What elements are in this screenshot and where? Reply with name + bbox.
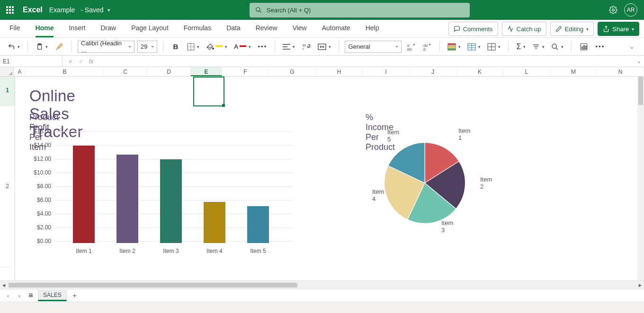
gear-icon [609, 6, 617, 14]
column-header[interactable]: D [147, 67, 191, 76]
pie-label: Item 2 [480, 176, 492, 190]
svg-rect-36 [584, 45, 585, 49]
column-header[interactable]: N [597, 67, 644, 76]
svg-text:ab: ab [303, 43, 306, 47]
cell-styles-button[interactable]: ▾ [485, 40, 502, 53]
font-size-select[interactable]: 29 [137, 41, 157, 53]
number-format-select[interactable]: General [345, 41, 402, 53]
tab-help[interactable]: Help [366, 20, 379, 37]
more-font-button[interactable]: ••• [256, 40, 269, 53]
active-cell[interactable] [193, 77, 224, 106]
share-button[interactable]: Share ▾ [598, 22, 639, 36]
pie-chart[interactable] [380, 138, 470, 228]
worksheet[interactable]: ABCDEFGHIJKLMN 1 2 Online Sales Tracker … [0, 67, 644, 280]
search-input[interactable]: Search (Alt + Q) [250, 3, 470, 17]
tab-page-layout[interactable]: Page Layout [131, 20, 169, 37]
row-header[interactable]: 2 [0, 106, 15, 267]
row-header[interactable]: 1 [0, 77, 15, 106]
tab-review[interactable]: Review [256, 20, 277, 37]
sort-filter-button[interactable]: ▾ [530, 40, 546, 53]
tab-formulas[interactable]: Formulas [184, 20, 211, 37]
y-tick-label: $16.00 [27, 128, 51, 135]
add-sheet-button[interactable]: + [70, 292, 80, 299]
column-header[interactable]: A [14, 67, 26, 76]
ribbon-more-button[interactable]: ••• [593, 40, 607, 53]
app-launcher-icon[interactable] [0, 6, 20, 14]
user-avatar[interactable]: AR [624, 3, 637, 17]
bar[interactable] [160, 159, 182, 243]
paste-button[interactable]: ▾ [34, 40, 50, 53]
tab-automate[interactable]: Automate [322, 20, 350, 37]
analyze-data-button[interactable] [577, 40, 590, 53]
styles-icon [487, 43, 496, 51]
bar[interactable] [116, 155, 138, 243]
name-box[interactable]: E1 [0, 56, 63, 67]
increase-decimal-button[interactable]: .0.00 [404, 40, 418, 53]
all-sheets-button[interactable]: ≡ [27, 291, 35, 300]
svg-line-1 [259, 11, 261, 13]
tab-file[interactable]: File [9, 20, 20, 37]
y-tick-label: $14.00 [27, 142, 51, 148]
tab-draw[interactable]: Draw [100, 20, 116, 37]
chevron-down-icon: ▾ [632, 26, 634, 32]
column-header[interactable]: H [316, 67, 363, 76]
tab-view[interactable]: View [293, 20, 307, 37]
column-header[interactable]: J [410, 67, 456, 76]
svg-point-9 [213, 48, 214, 49]
autosum-button[interactable]: Σ▾ [514, 40, 528, 53]
column-header[interactable]: B [26, 67, 104, 76]
sheet-tab-sales[interactable]: SALES [38, 290, 67, 301]
fx-icon[interactable]: fx [89, 58, 93, 65]
scroll-right-arrow[interactable]: ► [636, 282, 644, 288]
undo-button[interactable]: ▾ [6, 40, 22, 53]
column-header[interactable]: C [104, 67, 147, 76]
font-select[interactable]: Calibri (Headin … [78, 41, 134, 53]
format-painter-button[interactable] [53, 40, 66, 53]
tab-data[interactable]: Data [226, 20, 241, 37]
conditional-format-button[interactable]: ▾ [446, 40, 463, 53]
document-name[interactable]: Example - Saved ▾ [49, 6, 110, 14]
enter-formula-icon[interactable]: ✓ [79, 58, 83, 65]
tab-insert[interactable]: Insert [69, 20, 85, 37]
ribbon-collapse-button[interactable]: ⌄ [625, 40, 638, 53]
bar-chart[interactable]: $16.00$14.00$12.00$10.00$8.00$6.00$4.00$… [27, 131, 293, 254]
column-header[interactable]: E [191, 67, 222, 76]
font-color-button[interactable]: A▾ [232, 40, 253, 53]
bar[interactable] [247, 206, 269, 243]
column-header[interactable]: I [363, 67, 410, 76]
find-button[interactable]: ▾ [549, 40, 565, 53]
find-icon [551, 43, 559, 51]
merge-button[interactable]: ▾ [316, 40, 333, 53]
column-header[interactable]: F [222, 67, 269, 76]
inc-decimal-icon: .0.00 [406, 43, 416, 51]
borders-button[interactable]: ▾ [185, 40, 201, 53]
settings-button[interactable] [609, 6, 617, 14]
scrollbar-thumb[interactable] [638, 77, 643, 105]
cancel-formula-icon[interactable]: ✕ [68, 58, 73, 65]
decrease-decimal-button[interactable]: .00.0 [420, 40, 434, 53]
align-button[interactable]: ▾ [281, 40, 297, 53]
fill-handle[interactable] [222, 104, 225, 107]
scrollbar-thumb[interactable] [9, 283, 297, 287]
select-all-corner[interactable] [0, 67, 14, 77]
next-sheet-button[interactable]: › [15, 292, 24, 299]
column-header[interactable]: G [269, 67, 316, 76]
column-header[interactable]: L [503, 67, 550, 76]
format-table-button[interactable]: ▾ [465, 40, 483, 53]
vertical-scrollbar[interactable] [637, 77, 644, 280]
horizontal-scrollbar[interactable]: ◄ ► [0, 280, 644, 289]
comments-button[interactable]: Comments [448, 22, 498, 36]
bar[interactable] [204, 202, 225, 243]
bar[interactable] [73, 146, 95, 243]
column-header[interactable]: K [456, 67, 503, 76]
tab-home[interactable]: Home [36, 20, 54, 37]
wrap-text-button[interactable]: abc [300, 40, 313, 53]
bold-button[interactable]: B [169, 40, 182, 53]
fill-color-button[interactable]: ▾ [204, 40, 229, 53]
prev-sheet-button[interactable]: ‹ [4, 292, 12, 299]
column-header[interactable]: M [550, 67, 597, 76]
expand-formula-bar[interactable]: ⌄ [637, 58, 644, 64]
editing-button[interactable]: Editing ▾ [550, 22, 594, 36]
catchup-button[interactable]: Catch up [502, 22, 546, 36]
scroll-left-arrow[interactable]: ◄ [0, 282, 8, 288]
